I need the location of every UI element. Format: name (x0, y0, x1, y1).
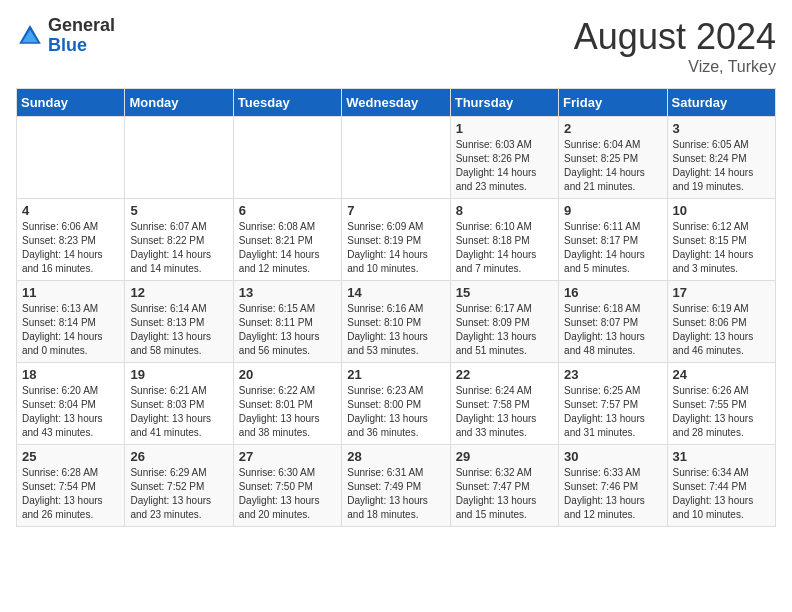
day-info: Sunrise: 6:23 AM Sunset: 8:00 PM Dayligh… (347, 384, 444, 440)
calendar-week-row: 25Sunrise: 6:28 AM Sunset: 7:54 PM Dayli… (17, 445, 776, 527)
day-number: 9 (564, 203, 661, 218)
day-info: Sunrise: 6:16 AM Sunset: 8:10 PM Dayligh… (347, 302, 444, 358)
calendar-cell: 1Sunrise: 6:03 AM Sunset: 8:26 PM Daylig… (450, 117, 558, 199)
logo-blue: Blue (48, 35, 87, 55)
calendar-week-row: 18Sunrise: 6:20 AM Sunset: 8:04 PM Dayli… (17, 363, 776, 445)
day-info: Sunrise: 6:21 AM Sunset: 8:03 PM Dayligh… (130, 384, 227, 440)
day-number: 8 (456, 203, 553, 218)
day-number: 14 (347, 285, 444, 300)
day-number: 15 (456, 285, 553, 300)
calendar-cell: 16Sunrise: 6:18 AM Sunset: 8:07 PM Dayli… (559, 281, 667, 363)
day-number: 30 (564, 449, 661, 464)
day-number: 26 (130, 449, 227, 464)
weekday-header: Saturday (667, 89, 775, 117)
day-info: Sunrise: 6:14 AM Sunset: 8:13 PM Dayligh… (130, 302, 227, 358)
calendar-cell: 14Sunrise: 6:16 AM Sunset: 8:10 PM Dayli… (342, 281, 450, 363)
calendar-cell: 4Sunrise: 6:06 AM Sunset: 8:23 PM Daylig… (17, 199, 125, 281)
day-number: 11 (22, 285, 119, 300)
day-info: Sunrise: 6:04 AM Sunset: 8:25 PM Dayligh… (564, 138, 661, 194)
month-title: August 2024 (574, 16, 776, 58)
weekday-header: Monday (125, 89, 233, 117)
day-number: 28 (347, 449, 444, 464)
calendar-cell: 2Sunrise: 6:04 AM Sunset: 8:25 PM Daylig… (559, 117, 667, 199)
calendar-cell (233, 117, 341, 199)
calendar-cell: 3Sunrise: 6:05 AM Sunset: 8:24 PM Daylig… (667, 117, 775, 199)
day-number: 16 (564, 285, 661, 300)
day-number: 23 (564, 367, 661, 382)
day-info: Sunrise: 6:13 AM Sunset: 8:14 PM Dayligh… (22, 302, 119, 358)
weekday-header: Tuesday (233, 89, 341, 117)
calendar-cell: 13Sunrise: 6:15 AM Sunset: 8:11 PM Dayli… (233, 281, 341, 363)
day-info: Sunrise: 6:11 AM Sunset: 8:17 PM Dayligh… (564, 220, 661, 276)
calendar-week-row: 11Sunrise: 6:13 AM Sunset: 8:14 PM Dayli… (17, 281, 776, 363)
day-info: Sunrise: 6:09 AM Sunset: 8:19 PM Dayligh… (347, 220, 444, 276)
day-info: Sunrise: 6:15 AM Sunset: 8:11 PM Dayligh… (239, 302, 336, 358)
day-info: Sunrise: 6:17 AM Sunset: 8:09 PM Dayligh… (456, 302, 553, 358)
calendar-cell: 31Sunrise: 6:34 AM Sunset: 7:44 PM Dayli… (667, 445, 775, 527)
day-number: 21 (347, 367, 444, 382)
calendar-cell: 6Sunrise: 6:08 AM Sunset: 8:21 PM Daylig… (233, 199, 341, 281)
day-info: Sunrise: 6:30 AM Sunset: 7:50 PM Dayligh… (239, 466, 336, 522)
calendar-table: SundayMondayTuesdayWednesdayThursdayFrid… (16, 88, 776, 527)
day-info: Sunrise: 6:28 AM Sunset: 7:54 PM Dayligh… (22, 466, 119, 522)
day-number: 5 (130, 203, 227, 218)
day-info: Sunrise: 6:05 AM Sunset: 8:24 PM Dayligh… (673, 138, 770, 194)
day-number: 24 (673, 367, 770, 382)
day-number: 19 (130, 367, 227, 382)
day-number: 18 (22, 367, 119, 382)
day-info: Sunrise: 6:19 AM Sunset: 8:06 PM Dayligh… (673, 302, 770, 358)
calendar-cell (125, 117, 233, 199)
calendar-week-row: 1Sunrise: 6:03 AM Sunset: 8:26 PM Daylig… (17, 117, 776, 199)
day-info: Sunrise: 6:31 AM Sunset: 7:49 PM Dayligh… (347, 466, 444, 522)
calendar-cell: 22Sunrise: 6:24 AM Sunset: 7:58 PM Dayli… (450, 363, 558, 445)
day-number: 25 (22, 449, 119, 464)
calendar-cell: 30Sunrise: 6:33 AM Sunset: 7:46 PM Dayli… (559, 445, 667, 527)
logo-icon (16, 22, 44, 50)
day-info: Sunrise: 6:18 AM Sunset: 8:07 PM Dayligh… (564, 302, 661, 358)
calendar-cell: 20Sunrise: 6:22 AM Sunset: 8:01 PM Dayli… (233, 363, 341, 445)
day-number: 13 (239, 285, 336, 300)
calendar-cell: 9Sunrise: 6:11 AM Sunset: 8:17 PM Daylig… (559, 199, 667, 281)
day-info: Sunrise: 6:22 AM Sunset: 8:01 PM Dayligh… (239, 384, 336, 440)
calendar-cell: 21Sunrise: 6:23 AM Sunset: 8:00 PM Dayli… (342, 363, 450, 445)
calendar-cell: 15Sunrise: 6:17 AM Sunset: 8:09 PM Dayli… (450, 281, 558, 363)
day-number: 3 (673, 121, 770, 136)
calendar-cell: 17Sunrise: 6:19 AM Sunset: 8:06 PM Dayli… (667, 281, 775, 363)
day-info: Sunrise: 6:03 AM Sunset: 8:26 PM Dayligh… (456, 138, 553, 194)
title-block: August 2024 Vize, Turkey (574, 16, 776, 76)
day-number: 6 (239, 203, 336, 218)
day-number: 12 (130, 285, 227, 300)
day-info: Sunrise: 6:29 AM Sunset: 7:52 PM Dayligh… (130, 466, 227, 522)
day-info: Sunrise: 6:10 AM Sunset: 8:18 PM Dayligh… (456, 220, 553, 276)
day-number: 1 (456, 121, 553, 136)
calendar-cell: 10Sunrise: 6:12 AM Sunset: 8:15 PM Dayli… (667, 199, 775, 281)
day-info: Sunrise: 6:06 AM Sunset: 8:23 PM Dayligh… (22, 220, 119, 276)
weekday-header: Sunday (17, 89, 125, 117)
day-number: 2 (564, 121, 661, 136)
day-number: 10 (673, 203, 770, 218)
logo-text: General Blue (48, 16, 115, 56)
calendar-cell: 28Sunrise: 6:31 AM Sunset: 7:49 PM Dayli… (342, 445, 450, 527)
day-info: Sunrise: 6:34 AM Sunset: 7:44 PM Dayligh… (673, 466, 770, 522)
weekday-header: Thursday (450, 89, 558, 117)
page-header: General Blue August 2024 Vize, Turkey (16, 16, 776, 76)
day-number: 22 (456, 367, 553, 382)
calendar-cell: 7Sunrise: 6:09 AM Sunset: 8:19 PM Daylig… (342, 199, 450, 281)
calendar-cell: 8Sunrise: 6:10 AM Sunset: 8:18 PM Daylig… (450, 199, 558, 281)
day-number: 7 (347, 203, 444, 218)
calendar-cell: 19Sunrise: 6:21 AM Sunset: 8:03 PM Dayli… (125, 363, 233, 445)
location: Vize, Turkey (574, 58, 776, 76)
calendar-cell (17, 117, 125, 199)
calendar-cell: 26Sunrise: 6:29 AM Sunset: 7:52 PM Dayli… (125, 445, 233, 527)
calendar-cell: 25Sunrise: 6:28 AM Sunset: 7:54 PM Dayli… (17, 445, 125, 527)
weekday-header-row: SundayMondayTuesdayWednesdayThursdayFrid… (17, 89, 776, 117)
calendar-cell: 29Sunrise: 6:32 AM Sunset: 7:47 PM Dayli… (450, 445, 558, 527)
day-number: 27 (239, 449, 336, 464)
day-number: 31 (673, 449, 770, 464)
day-info: Sunrise: 6:32 AM Sunset: 7:47 PM Dayligh… (456, 466, 553, 522)
weekday-header: Wednesday (342, 89, 450, 117)
calendar-cell: 5Sunrise: 6:07 AM Sunset: 8:22 PM Daylig… (125, 199, 233, 281)
day-number: 29 (456, 449, 553, 464)
calendar-cell: 12Sunrise: 6:14 AM Sunset: 8:13 PM Dayli… (125, 281, 233, 363)
day-info: Sunrise: 6:20 AM Sunset: 8:04 PM Dayligh… (22, 384, 119, 440)
